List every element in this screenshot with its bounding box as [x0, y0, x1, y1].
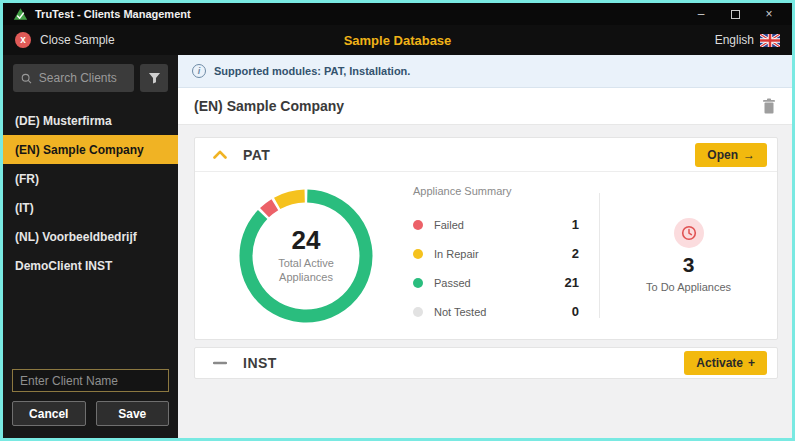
client-title: (EN) Sample Company: [194, 98, 344, 114]
window-title: TruTest - Clients Management: [35, 8, 191, 20]
todo-label: To Do Appliances: [646, 281, 731, 293]
app-logo-icon: [13, 7, 28, 21]
sidebar-item-client[interactable]: (DE) Musterfirma: [3, 106, 178, 135]
clock-glyph-icon: [681, 225, 697, 241]
collapse-pat-button[interactable]: [213, 150, 227, 159]
search-input[interactable]: [39, 71, 126, 85]
legend-row: Failed1: [413, 210, 579, 239]
language-label: English: [715, 33, 754, 47]
sidebar-item-client[interactable]: (IT): [3, 193, 178, 222]
pat-module-card: PAT Open → 24 Total Active Appliances: [194, 137, 778, 340]
close-sample-button[interactable]: x Close Sample: [15, 32, 115, 48]
sidebar-item-client[interactable]: (FR): [3, 164, 178, 193]
database-title: Sample Database: [3, 33, 792, 48]
collapsed-inst-toggle[interactable]: [213, 361, 227, 365]
legend-row: In Repair2: [413, 239, 579, 268]
donut-segment: [246, 196, 366, 316]
trash-icon: [762, 98, 776, 114]
todo-appliances: 3 To Do Appliances: [600, 218, 777, 293]
inst-module-card: INST Activate +: [194, 347, 778, 379]
legend-row: Not Tested0: [413, 297, 579, 326]
filter-button[interactable]: [140, 64, 168, 92]
legend-value: 21: [565, 275, 579, 290]
info-banner: i Supported modules: PAT, Installation.: [178, 55, 792, 88]
sidebar: (DE) Musterfirma(EN) Sample Company(FR)(…: [3, 55, 178, 438]
legend-value: 2: [572, 246, 579, 261]
legend-label: Not Tested: [434, 306, 486, 318]
save-button[interactable]: Save: [96, 401, 170, 426]
plus-icon: +: [748, 356, 755, 370]
legend-value: 1: [572, 217, 579, 232]
pat-card-header: PAT Open →: [195, 138, 777, 172]
info-icon: i: [192, 64, 206, 78]
appliance-summary: Appliance Summary Failed1In Repair2Passe…: [413, 185, 579, 326]
sidebar-item-client[interactable]: (EN) Sample Company: [3, 135, 178, 164]
legend-rows: Failed1In Repair2Passed21Not Tested0: [413, 210, 579, 326]
info-banner-text: Supported modules: PAT, Installation.: [214, 65, 410, 77]
language-selector[interactable]: English: [715, 33, 780, 47]
maximize-icon: [731, 10, 740, 19]
maximize-button[interactable]: [718, 4, 752, 24]
topbar: x Close Sample Sample Database English: [3, 25, 792, 55]
delete-client-button[interactable]: [762, 98, 776, 114]
app-window: TruTest - Clients Management – × x Close…: [0, 0, 795, 441]
legend-label: Failed: [434, 219, 464, 231]
open-label: Open: [707, 148, 738, 162]
filter-icon: [148, 72, 161, 84]
search-row: [13, 64, 168, 92]
sidebar-button-row: Cancel Save: [12, 401, 169, 426]
donut-segment: [265, 204, 275, 212]
legend-label: In Repair: [434, 248, 479, 260]
titlebar: TruTest - Clients Management – ×: [3, 3, 792, 25]
legend-value: 0: [572, 304, 579, 319]
legend-dot-icon: [413, 307, 423, 317]
donut-segment: [277, 196, 305, 203]
activate-inst-button[interactable]: Activate +: [684, 351, 767, 375]
legend-dot-icon: [413, 278, 423, 288]
minus-icon: [213, 361, 227, 365]
appliance-summary-title: Appliance Summary: [413, 185, 579, 197]
search-icon: [21, 72, 32, 85]
content: (DE) Musterfirma(EN) Sample Company(FR)(…: [3, 55, 792, 438]
client-header: (EN) Sample Company: [178, 88, 792, 125]
donut-chart-svg: [231, 181, 381, 331]
sidebar-bottom: Cancel Save: [3, 369, 178, 438]
new-client-name-input[interactable]: [12, 369, 169, 392]
activate-label: Activate: [696, 356, 743, 370]
minimize-button[interactable]: –: [684, 4, 718, 24]
pat-title: PAT: [243, 147, 270, 163]
clock-icon: [674, 218, 704, 248]
cancel-button[interactable]: Cancel: [12, 401, 86, 426]
inst-title: INST: [243, 355, 277, 371]
chevron-up-icon: [213, 150, 227, 159]
sidebar-item-client[interactable]: DemoClient INST: [3, 251, 178, 280]
legend-dot-icon: [413, 220, 423, 230]
pat-card-body: 24 Total Active Appliances Appliance Sum…: [195, 172, 777, 339]
client-list: (DE) Musterfirma(EN) Sample Company(FR)(…: [3, 106, 178, 280]
close-button[interactable]: ×: [752, 4, 786, 24]
appliance-donut-chart: 24 Total Active Appliances: [231, 181, 381, 331]
open-pat-button[interactable]: Open →: [695, 143, 767, 167]
search-box[interactable]: [13, 64, 134, 92]
uk-flag-icon: [760, 34, 780, 47]
close-sample-label: Close Sample: [40, 33, 115, 47]
legend-row: Passed21: [413, 268, 579, 297]
legend-dot-icon: [413, 249, 423, 259]
close-sample-icon: x: [15, 32, 31, 48]
sidebar-item-client[interactable]: (NL) Voorbeeldbedrijf: [3, 222, 178, 251]
todo-count: 3: [683, 254, 695, 275]
main-panel: i Supported modules: PAT, Installation. …: [178, 55, 792, 438]
arrow-right-icon: →: [743, 148, 755, 162]
legend-label: Passed: [434, 277, 471, 289]
